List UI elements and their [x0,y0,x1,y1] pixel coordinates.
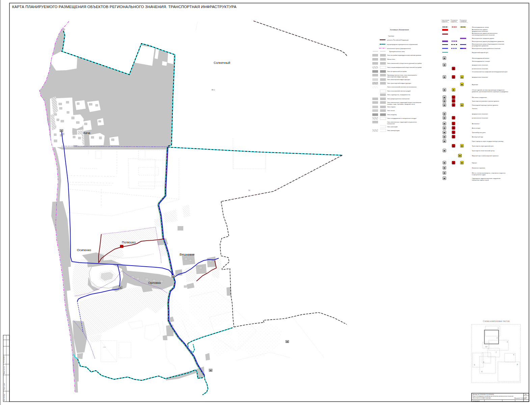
svg-text:Кача: Кача [83,131,90,135]
svg-text:Инв. № подл.: Инв. № подл. [4,394,5,401]
svg-text:сооружения: сооружения [442,21,448,22]
svg-text:Магистральные городские дороги: Магистральные городские дороги [472,37,494,39]
svg-text:Согласовано: Согласовано [3,355,5,363]
svg-text:Пункт пропуска через государст: Пункт пропуска через государственную гра… [472,140,504,142]
svg-text:Пешеходный переход в разных ур: Пешеходный переход в разных уровнях [472,104,499,106]
svg-text:Вишневое: Вишневое [180,253,194,256]
svg-text:Мостовые сооружения: Мостовые сооружения [472,97,487,98]
svg-text:Зона аквакультуры: Зона аквакультуры [387,130,400,131]
svg-text:Взам. инв. №: Взам. инв. № [4,367,5,374]
svg-text:Согласовано: Согласовано [473,400,480,402]
svg-text:Наземные парковки: Наземные парковки [472,167,485,169]
svg-text:Магистральные улицы районного: Магистральные улицы районного значения [472,48,500,49]
svg-text:КАРТА ПЛАНИРУЕМОГО РАЗМЕЩЕНИЯ: КАРТА ПЛАНИРУЕМОГО РАЗМЕЩЕНИЯ ОБЪЕКТОВ Р… [12,5,237,9]
svg-text:Железнодорожные линии: Железнодорожные линии [472,26,489,28]
svg-text:Зона смешанной и общественно-д: Зона смешанной и общественно-деловой зас… [387,62,422,64]
svg-text:Троллейбусное депо: Троллейбусное депо [472,132,486,133]
svg-text:Железнодорожный вокзал: Железнодорожный вокзал [472,57,489,59]
svg-text:и прогулочных судов: и прогулочных судов [472,174,486,176]
svg-text:Транспортная инфраструктура: Транспортная инфраструктура [473,397,491,399]
svg-text:(скверы, сады, бульвары, город: (скверы, сады, бульвары, городские леса) [387,103,415,105]
svg-text:Зона сельскохозяйственных угод: Зона сельскохозяйственных угодий [387,90,411,92]
svg-text:Солнечный: Солнечный [214,61,230,64]
svg-text:Карта планируемого размещения: Карта планируемого размещения объектов р… [473,396,514,397]
svg-text:Зона отдыха: Зона отдыха [387,106,396,108]
svg-text:Зона складирования и захоронен: Зона складирования и захоронения отходов [387,117,417,119]
svg-text:Лист: Лист [525,394,527,395]
svg-text:Условные обозначения: Условные обозначения [390,29,409,31]
svg-text:к ликвидации: к ликвидации [460,21,467,22]
svg-text:Зона застройки индивидуальными: Зона застройки индивидуальными жилыми до… [387,54,421,56]
svg-text:сооружения: сооружения [451,21,457,22]
svg-text:Зона лесов: Зона лесов [387,110,395,111]
svg-text:54: 54 [248,190,250,191]
svg-text:1-65: 1-65 [103,346,106,348]
svg-text:внутренних водных путей: внутренних водных путей [472,179,489,181]
svg-text:федерального значения: федерального значения [472,113,488,115]
svg-text:субъекта Российской Федерации: субъекта Российской Федерации [387,39,409,41]
svg-text:Осипенко: Осипенко [77,248,91,252]
svg-text:Автостанция: Автостанция [472,127,480,129]
svg-text:Морской порт и (или) морской т: Морской порт и (или) морской терминал [472,155,499,157]
svg-text:регионального значения: регионального значения [472,68,488,70]
svg-text:Схема компоновки листов: Схема компоновки листов [483,320,510,322]
svg-text:Масштаб 1:10 000: Масштаб 1:10 000 [514,398,525,399]
svg-text:Причал: Причал [472,162,477,164]
svg-text:Транспортно-пересадочный узел: Транспортно-пересадочный узел [472,145,494,147]
svg-text:населенного пункта (упраздненн: населенного пункта (упраздненного) [387,48,411,49]
svg-text:внутригородских муниципальных: внутригородских муниципальных образовани… [387,44,418,45]
svg-text:10: 10 [485,346,487,348]
svg-text:Зона транспортной инфраструкту: Зона транспортной инфраструктуры [387,82,411,84]
svg-text:движения, расположенный вне аэ: движения, расположенный вне аэропорта (а… [472,91,508,92]
svg-text:Тоннель: Тоннель [472,108,478,109]
svg-text:Жилая зона: Жилая зона [387,58,395,60]
svg-text:Транспортная развязка в разных: Транспортная развязка в разных уровнях [472,100,500,102]
svg-text:Подп. и дата: Подп. и дата [4,383,5,390]
svg-text:Орловка: Орловка [148,281,161,285]
svg-text:Автовокзал: Автовокзал [472,123,480,125]
svg-text:Зона акваторий: Зона акваторий [387,126,398,128]
svg-text:Зона специализированной общест: Зона специализированной общественной зас… [387,66,422,68]
svg-text:Зоны сельскохозяйственного исп: Зоны сельскохозяйственного использования [387,86,417,88]
svg-text:Границы: Границы [388,35,394,37]
svg-text:Аэропорт: Аэропорт [472,84,478,85]
svg-text:Зона инженерной инфраструктуры: Зона инженерной инфраструктуры [387,79,410,80]
svg-text:Зона кладбищ: Зона кладбищ [387,114,397,115]
svg-text:Автобусный парк: Автобусный парк [472,136,483,138]
svg-text:Договор № 1270/2016-П (3-2016/: Договор № 1270/2016-П (3-2016/16) [473,394,494,395]
svg-text:Остановочный пассажирский желе: Остановочный пассажирский железнодорожны… [472,71,508,73]
svg-text:регулируемого движения: регулируемого движения [472,45,488,47]
svg-text:федерального значения: федерального значения [472,64,488,66]
svg-text:Зона садоводства, огородничест: Зона садоводства, огородничества [387,94,410,96]
svg-text:Зоны рекреационного назначения: Зоны рекреационного назначения [387,98,409,100]
svg-text:2: 2 [525,397,527,399]
svg-text:федерального значения: федерального значения [472,76,488,78]
svg-text:Полюшко: Полюшко [122,241,136,244]
svg-text:назначения: назначения [387,123,395,125]
svg-text:Зона исторической застройки: Зона исторической застройки [387,71,407,72]
svg-text:транспортной инфраструктуры: транспортной инфраструктуры [387,76,407,78]
svg-text:Железнодорожная станция: Железнодорожная станция [472,60,490,62]
svg-text:Функциональные зоны: Функциональные зоны [389,51,405,52]
svg-text:ВК-2: ВК-2 [212,89,215,91]
svg-text:Магистральные дороги регулируе: Магистральные дороги регулируемого движе… [472,40,504,42]
svg-text:регионального значения: регионального значения [472,117,488,119]
svg-text:или межмуниципального значения: или межмуниципального значения [472,34,495,36]
svg-text:федерального значения: федерального значения [472,30,488,32]
svg-text:Внутренний водный путь: Внутренний водный путь [472,52,488,53]
svg-text:Транспортно-логистический цент: Транспортно-логистический центр [472,150,495,152]
